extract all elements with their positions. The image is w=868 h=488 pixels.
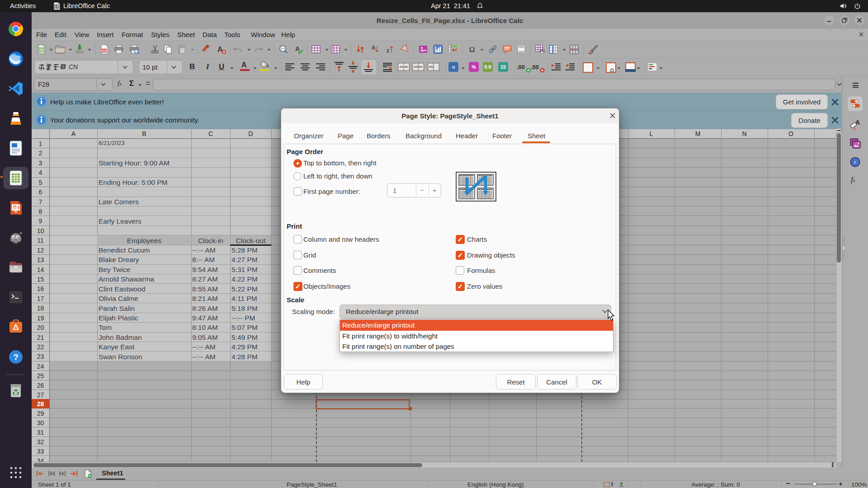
svg-text:A: A <box>217 45 223 54</box>
svg-text:A: A <box>372 45 376 51</box>
svg-text:CN: CN <box>69 64 78 70</box>
svg-text:A: A <box>295 45 300 52</box>
svg-text:z: z <box>387 47 389 54</box>
svg-text:?: ? <box>13 352 19 362</box>
svg-text:Ω: Ω <box>469 45 475 54</box>
svg-text:PDF: PDF <box>101 49 107 52</box>
